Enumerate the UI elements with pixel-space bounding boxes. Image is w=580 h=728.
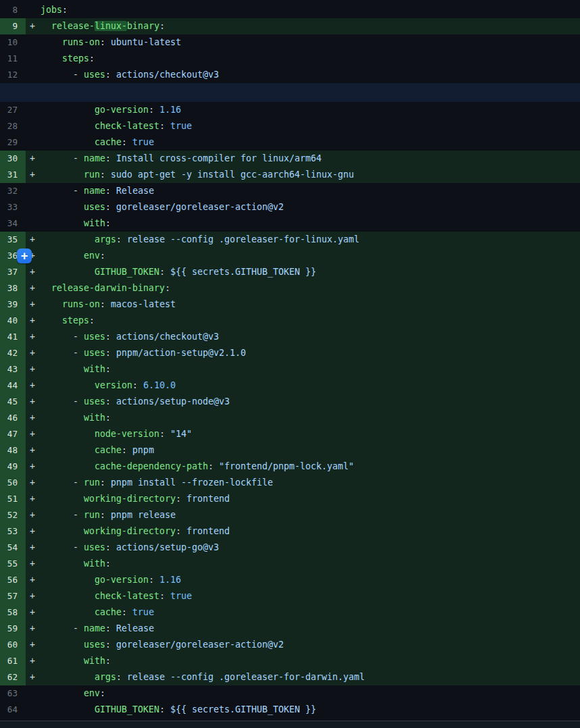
code-segment: release --config .goreleaser-for-darwin.… (127, 672, 365, 682)
line-number[interactable]: 51 (0, 491, 26, 507)
line-number[interactable]: 43 (0, 361, 26, 378)
line-number[interactable]: 45 (0, 394, 26, 410)
code-segment: : (100, 251, 105, 261)
code-segment (41, 380, 95, 390)
code-segment: : (105, 656, 111, 666)
diff-row: 36+ env:+ (0, 248, 580, 264)
code-segment: runs-on (62, 299, 100, 309)
code-segment (41, 704, 95, 714)
code-segment (41, 607, 95, 617)
line-number[interactable]: 10 (0, 34, 26, 51)
code-line: - uses: actions/setup-node@v3 (41, 394, 580, 410)
diff-row: 42+ - uses: pnpm/action-setup@v2.1.0 (0, 345, 580, 361)
line-number[interactable]: 31 (0, 167, 26, 183)
line-number[interactable]: 57 (0, 588, 26, 604)
code-segment: : (116, 234, 127, 244)
code-line: GITHUB_TOKEN: ${{ secrets.GITHUB_TOKEN }… (41, 702, 580, 718)
code-line: uses: goreleaser/goreleaser-action@v2 (41, 199, 580, 215)
line-number[interactable]: 54 (0, 540, 26, 556)
hunk-expander[interactable] (0, 83, 580, 102)
line-number[interactable]: 60 (0, 637, 26, 653)
code-segment: actions/setup-go@v3 (116, 542, 219, 552)
diff-row: 63 env: (0, 685, 580, 702)
code-segment: uses (84, 70, 105, 80)
code-segment: release- (51, 21, 95, 31)
line-number[interactable]: 9 (0, 18, 26, 34)
line-number[interactable]: 50 (0, 475, 26, 491)
line-number[interactable]: 62 (0, 669, 26, 685)
diff-row: 61+ with: (0, 653, 580, 669)
line-number[interactable]: 27 (0, 102, 26, 118)
code-line: - name: Release (41, 183, 580, 199)
diff-marker (26, 118, 41, 134)
code-segment (41, 575, 95, 585)
line-number[interactable]: 44 (0, 378, 26, 394)
code-segment: : (159, 704, 170, 714)
line-number[interactable]: 53 (0, 523, 26, 540)
line-number[interactable]: 59 (0, 621, 26, 637)
code-line: with: (41, 556, 580, 572)
diff-row: 30+ - name: Install cross-compiler for l… (0, 151, 580, 167)
code-segment (41, 510, 73, 520)
diff-marker: + (26, 653, 41, 669)
line-number[interactable]: 12 (0, 67, 26, 83)
line-number[interactable]: 56 (0, 572, 26, 588)
diff-marker: + (26, 604, 41, 621)
line-number[interactable]: 11 (0, 51, 26, 67)
line-number[interactable]: 41 (0, 329, 26, 345)
line-number[interactable]: 34 (0, 215, 26, 232)
diff-row: 34 with: (0, 215, 580, 232)
code-segment: : (105, 218, 111, 228)
line-number[interactable]: 46 (0, 410, 26, 426)
line-number[interactable]: 35 (0, 232, 26, 248)
code-segment: : (105, 396, 116, 407)
code-segment: env (84, 251, 100, 261)
line-number[interactable]: 58 (0, 604, 26, 621)
code-segment (41, 153, 73, 163)
code-segment: : (89, 53, 95, 63)
line-number[interactable]: 64 (0, 702, 26, 718)
line-number[interactable]: 8 (0, 2, 26, 18)
code-line: working-directory: frontend (41, 491, 580, 507)
line-number[interactable]: 47 (0, 426, 26, 442)
code-segment: : (176, 494, 186, 504)
diff-marker: + (26, 394, 41, 410)
line-number[interactable]: 32 (0, 183, 26, 199)
line-number[interactable]: 61 (0, 653, 26, 669)
line-number[interactable]: 48 (0, 442, 26, 459)
line-number[interactable]: 55 (0, 556, 26, 572)
add-comment-button[interactable]: + (17, 249, 32, 263)
line-number[interactable]: 30 (0, 151, 26, 167)
code-line: - uses: actions/setup-go@v3 (41, 540, 580, 556)
line-number[interactable]: 38 (0, 280, 26, 296)
code-segment (41, 202, 84, 212)
line-number[interactable]: 49 (0, 459, 26, 475)
code-segment (41, 267, 95, 277)
line-number[interactable]: 29 (0, 134, 26, 151)
code-segment: cache (95, 445, 122, 455)
diff-marker (26, 134, 41, 151)
code-segment: pnpm install --frozen-lockfile (111, 477, 273, 488)
line-number[interactable]: 33 (0, 199, 26, 215)
line-number[interactable]: 63 (0, 685, 26, 702)
code-line: run: sudo apt-get -y install gcc-aarch64… (41, 167, 580, 183)
line-number[interactable]: 28 (0, 118, 26, 134)
diff-marker: + (26, 167, 41, 183)
code-segment: steps (62, 315, 89, 326)
code-line: - name: Install cross-compiler for linux… (41, 151, 580, 167)
code-line: - run: pnpm release (41, 507, 580, 523)
line-number[interactable]: 52 (0, 507, 26, 523)
code-segment: with (84, 413, 105, 423)
line-number[interactable]: 39 (0, 296, 26, 313)
code-segment: check-latest (95, 591, 159, 601)
code-segment: cache (95, 137, 122, 147)
diff-marker: + (26, 523, 41, 540)
line-number[interactable]: 37 (0, 264, 26, 280)
line-number[interactable]: 40 (0, 313, 26, 329)
code-line: runs-on: ubuntu-latest (41, 34, 580, 51)
code-segment: linux- (95, 21, 127, 31)
code-segment: : (165, 283, 170, 293)
line-number[interactable]: 42 (0, 345, 26, 361)
diff-marker: + (26, 442, 41, 459)
diff-marker: + (26, 296, 41, 313)
